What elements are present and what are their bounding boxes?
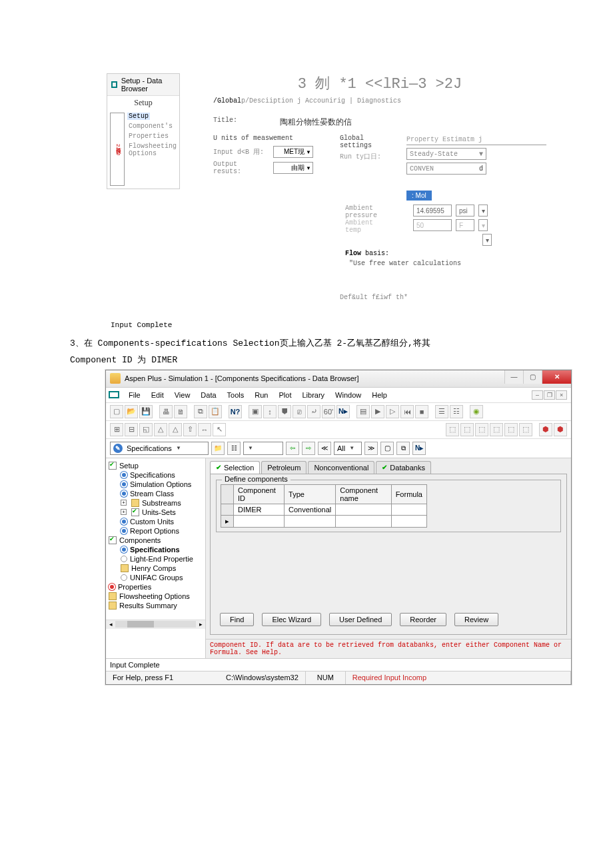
- tab-nonconventional[interactable]: Nonconventional: [308, 461, 374, 474]
- user-defined-button[interactable]: User Defined: [329, 613, 392, 626]
- menu-library[interactable]: Library: [298, 390, 328, 400]
- reorder-button[interactable]: Reorder: [400, 613, 446, 626]
- tool-f[interactable]: 60': [322, 405, 335, 418]
- find-button[interactable]: Find: [220, 613, 254, 626]
- mdi-close[interactable]: ×: [556, 390, 567, 400]
- tree-scrollbar[interactable]: ◂ ▸: [106, 620, 205, 629]
- input-data-dropdown[interactable]: MET现▼: [273, 146, 313, 158]
- print-icon[interactable]: 🖶: [159, 405, 173, 418]
- tree-flowsheeting[interactable]: Flowsheeting Options: [106, 592, 205, 601]
- play-icon[interactable]: ▶: [371, 405, 384, 418]
- tree-setup[interactable]: Setup: [106, 461, 205, 470]
- tree-custom-units[interactable]: Custom Units: [106, 517, 205, 526]
- nav-new-icon[interactable]: ▢: [380, 442, 394, 455]
- mini-tree-setup[interactable]: Setup: [127, 113, 150, 120]
- save-icon[interactable]: 💾: [139, 405, 153, 418]
- stream-class-dropdown[interactable]: CONVEN d: [406, 163, 486, 175]
- t2-f[interactable]: ⇧: [183, 423, 197, 436]
- t2-o[interactable]: ⬢: [554, 423, 567, 436]
- cursor-icon[interactable]: ↖: [213, 423, 226, 436]
- tool-g[interactable]: ☰: [435, 405, 448, 418]
- menu-data[interactable]: Data: [197, 390, 220, 400]
- expander-icon[interactable]: +: [121, 500, 127, 506]
- tree-specifications[interactable]: Specifications: [106, 470, 205, 480]
- tree-units-sets[interactable]: +Units-Sets: [106, 508, 205, 517]
- paste-icon[interactable]: 📋: [209, 405, 222, 418]
- aspen-titlebar[interactable]: Aspen Plus - Simulation 1 - [Components …: [106, 370, 571, 388]
- tree-properties[interactable]: Properties: [106, 582, 205, 592]
- t2-k[interactable]: ⬚: [490, 423, 503, 436]
- ambient-pressure-dd[interactable]: ▾: [478, 205, 488, 217]
- table-row[interactable]: DIMER Conventional: [221, 504, 427, 515]
- tool-a[interactable]: ▣: [249, 405, 262, 418]
- scroll-thumb[interactable]: [127, 621, 154, 628]
- property-estimation[interactable]: Property Estimatm j: [406, 135, 546, 145]
- valid-phases-dd[interactable]: ▾: [482, 234, 492, 246]
- cell-empty[interactable]: [336, 515, 391, 527]
- mdi-restore[interactable]: ❐: [544, 390, 555, 400]
- cell-component-name[interactable]: [336, 504, 391, 515]
- tab-global[interactable]: /Global: [213, 97, 241, 105]
- object-selector[interactable]: ✎ Specifications ▼: [110, 442, 209, 455]
- cell-empty[interactable]: [391, 515, 426, 527]
- nav-forward-icon[interactable]: ⇨: [302, 442, 315, 455]
- tree-results[interactable]: Results Summary: [106, 601, 205, 610]
- nav-last-icon[interactable]: ≫: [364, 442, 378, 455]
- folder-up-icon[interactable]: 📁: [211, 442, 225, 455]
- t2-a[interactable]: ⊞: [110, 423, 123, 436]
- ambient-pressure-value[interactable]: 14.69595: [413, 205, 452, 217]
- tree-components[interactable]: Components: [106, 536, 205, 545]
- copy-icon[interactable]: ⧉: [194, 405, 207, 418]
- ambient-temp-unit[interactable]: F: [456, 219, 474, 231]
- close-button[interactable]: ✕: [542, 370, 571, 384]
- stop-icon[interactable]: ■: [415, 405, 428, 418]
- mole-chip[interactable]: : Mol: [406, 191, 432, 201]
- title-value[interactable]: 陶粗分物性晏数的信: [280, 117, 352, 128]
- tool-e[interactable]: ⤾: [307, 405, 320, 418]
- cell-component-id[interactable]: DIMER: [234, 504, 285, 515]
- use-free-water[interactable]: "Use free water calculations: [349, 260, 546, 267]
- nav-tool-a[interactable]: ☷: [227, 442, 241, 455]
- tree-unifac[interactable]: UNIFAC Groups: [106, 573, 205, 582]
- menu-edit[interactable]: Edit: [147, 390, 168, 400]
- t2-i[interactable]: ⬚: [460, 423, 474, 436]
- mdi-minimize[interactable]: –: [532, 390, 543, 400]
- ambient-pressure-unit[interactable]: psi: [456, 205, 474, 217]
- next-icon[interactable]: N▸: [336, 405, 350, 418]
- tool-b[interactable]: ↕: [263, 405, 277, 418]
- step-icon[interactable]: ▷: [386, 405, 399, 418]
- menu-view[interactable]: View: [171, 390, 195, 400]
- nav-next-icon[interactable]: N▸: [412, 442, 426, 455]
- units-selector[interactable]: ▼: [243, 442, 283, 455]
- tool-c[interactable]: ⛊: [278, 405, 291, 418]
- table-row-empty[interactable]: ▸: [221, 515, 427, 527]
- cell-empty[interactable]: [285, 515, 336, 527]
- nav-back-icon[interactable]: ⇦: [286, 442, 299, 455]
- t2-n[interactable]: ⬢: [539, 423, 552, 436]
- output-results-dropdown[interactable]: 由期▼: [273, 162, 313, 174]
- tree-sim-options[interactable]: Simulation Options: [106, 480, 205, 489]
- tree-substreams[interactable]: +Substreams: [106, 498, 205, 508]
- tab-petroleum[interactable]: Petroleum: [261, 461, 306, 474]
- maximize-button[interactable]: ▢: [523, 370, 542, 384]
- menu-plot[interactable]: Plot: [275, 390, 295, 400]
- menu-help[interactable]: Help: [368, 390, 391, 400]
- minimize-button[interactable]: —: [504, 370, 523, 384]
- steady-state-dropdown[interactable]: Steady-State ▼: [406, 148, 486, 160]
- tab-selection[interactable]: ✔Selection: [210, 461, 260, 474]
- mini-tree-flowsheeting[interactable]: Flowsheeting Options: [127, 143, 179, 157]
- elec-wizard-button[interactable]: Elec Wizard: [262, 613, 321, 626]
- tab-databanks[interactable]: ✔Databanks: [376, 461, 431, 474]
- nav-copy-icon[interactable]: ⧉: [396, 442, 410, 455]
- t2-l[interactable]: ⬚: [504, 423, 518, 436]
- ambient-temp-dd[interactable]: ▾: [478, 219, 488, 231]
- new-icon[interactable]: ▢: [110, 405, 123, 418]
- t2-c[interactable]: ◱: [139, 423, 153, 436]
- tree-comp-spec[interactable]: Specifications: [106, 545, 205, 554]
- cell-type[interactable]: Conventional: [285, 504, 336, 515]
- run-tool[interactable]: ▤: [356, 405, 370, 418]
- filter-all[interactable]: All▼: [334, 442, 362, 455]
- t2-m[interactable]: ⬚: [519, 423, 532, 436]
- scroll-right-icon[interactable]: ▸: [196, 621, 205, 628]
- t2-g[interactable]: ↔: [198, 423, 211, 436]
